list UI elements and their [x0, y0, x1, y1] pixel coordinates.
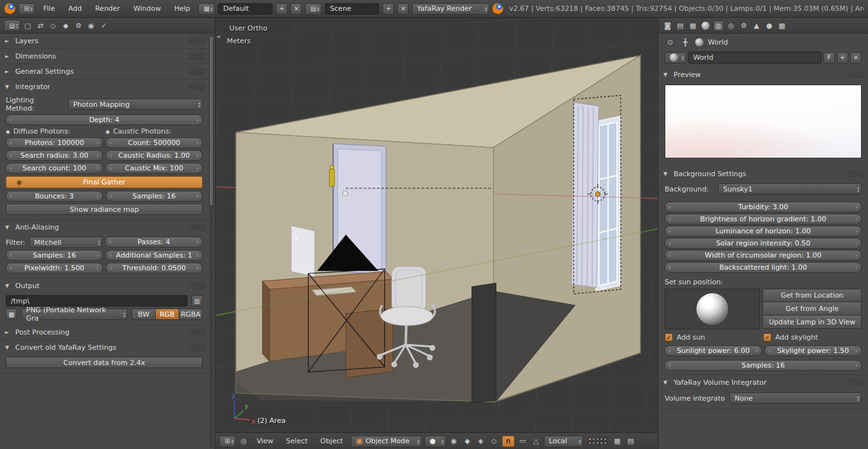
panel-grip[interactable]: [848, 379, 865, 386]
new-file-icon[interactable]: ▢: [22, 20, 33, 31]
background-type-select[interactable]: Sunsky1: [718, 183, 862, 195]
tools-icon[interactable]: ✓: [98, 20, 109, 31]
pin-icon[interactable]: ⊙: [665, 37, 675, 48]
panel-dimensions[interactable]: ► Dimensions: [0, 49, 208, 64]
gear-icon[interactable]: ⚙: [73, 20, 84, 31]
scene-name-field[interactable]: Scene: [325, 3, 379, 15]
expand-arrow-icon[interactable]: ►: [5, 53, 11, 59]
collapse-arrow-icon[interactable]: ▼: [663, 380, 670, 385]
fake-user-button[interactable]: F: [824, 52, 835, 64]
menu-file[interactable]: File: [38, 3, 60, 14]
sunlight-power-slider[interactable]: Sunlight power: 6.00: [665, 345, 762, 356]
panel-general-settings[interactable]: ► General Settings: [0, 64, 208, 79]
backscattered-light-slider[interactable]: Backscattered light: 1.00: [665, 262, 862, 273]
aa-pixelwidth-slider[interactable]: Pixelwidth: 1.500: [6, 263, 103, 273]
folder-icon[interactable]: ▥: [191, 295, 203, 307]
depth-slider[interactable]: Depth: 4: [6, 114, 203, 125]
panel-grip[interactable]: [189, 38, 205, 45]
panel-grip[interactable]: [189, 344, 205, 351]
figurine-object[interactable]: [329, 165, 334, 186]
world-tab-icon[interactable]: [700, 20, 711, 31]
panel-grip[interactable]: [848, 170, 865, 177]
editor-type-icon[interactable]: ⊞: [219, 436, 236, 447]
object-tab-icon[interactable]: ◍: [713, 20, 724, 31]
screen-layout-icon[interactable]: ▦: [198, 3, 215, 15]
cabinet-object[interactable]: [472, 283, 496, 403]
aa-additional-samples-slider[interactable]: Additional Samples: 1: [105, 250, 203, 261]
material-tab-icon[interactable]: ●: [764, 20, 775, 31]
menu-object[interactable]: Object: [315, 436, 348, 446]
panel-grip[interactable]: [848, 71, 865, 78]
rgb-button[interactable]: RGB: [156, 308, 179, 320]
caustic-count-slider[interactable]: Count: 500000: [105, 137, 203, 148]
manipulator-rotate-icon[interactable]: ◈: [475, 436, 486, 446]
panel-grip[interactable]: [189, 329, 205, 336]
horizon-brightness-slider[interactable]: Brightness of horizon gradient: 1.00: [665, 214, 862, 224]
get-from-location-button[interactable]: Get from Location: [763, 289, 862, 302]
menu-window[interactable]: Window: [128, 3, 166, 14]
mode-select[interactable]: ▣ Object Mode: [351, 436, 422, 447]
menu-view[interactable]: View: [252, 436, 278, 446]
render-opengl-icon[interactable]: ▦: [612, 436, 623, 446]
snap-target-icon[interactable]: △: [531, 436, 541, 446]
bounces-slider[interactable]: Bounces: 3: [6, 191, 103, 202]
pin-icon[interactable]: ◉: [86, 20, 97, 31]
constraints-tab-icon[interactable]: ◎: [726, 20, 736, 31]
viewport-3d[interactable]: User Ortho Meters ◂ z y x (2) Area ⊞ ◎ V…: [215, 18, 658, 449]
ghost-icon[interactable]: ◇: [48, 20, 58, 31]
panel-grip[interactable]: [189, 53, 205, 60]
caustic-mix-slider[interactable]: Caustic Mix: 100: [105, 163, 203, 174]
render-animation-icon[interactable]: ▤: [625, 436, 636, 446]
panel-grip[interactable]: [189, 83, 205, 90]
show-radiance-map-button[interactable]: Show radiance map: [6, 204, 203, 215]
menu-select[interactable]: Select: [281, 436, 313, 446]
sky-samples-slider[interactable]: Samples: 16: [665, 360, 862, 371]
modifiers-tab-icon[interactable]: ⚙: [738, 20, 749, 31]
collapse-arrow-icon[interactable]: ▼: [5, 283, 11, 289]
snap-magnet-toggle[interactable]: ∩: [502, 436, 515, 447]
world-name-field[interactable]: World: [688, 52, 822, 64]
aa-passes-slider[interactable]: Passes: 4: [105, 237, 203, 247]
aa-threshold-slider[interactable]: Threshold: 0.0500: [105, 263, 203, 273]
update-lamp-button[interactable]: Update Lamp in 3D View: [763, 315, 862, 329]
collapse-arrow-icon[interactable]: ▼: [5, 345, 11, 350]
manipulator-scale-icon[interactable]: ◇: [489, 436, 499, 446]
solar-intensity-slider[interactable]: Solar region intensity: 0.50: [665, 238, 862, 249]
3d-scene[interactable]: [215, 18, 658, 432]
menu-help[interactable]: Help: [169, 3, 195, 14]
render-tab-icon[interactable]: ◙: [662, 20, 673, 31]
scrollbar-thumb[interactable]: [209, 36, 214, 206]
layers-widget[interactable]: [588, 438, 607, 445]
scene-tab-icon[interactable]: ▦: [688, 20, 698, 31]
panel-grip[interactable]: [189, 224, 205, 231]
circumsolar-width-slider[interactable]: Width of circumsolar region: 1.00: [665, 250, 862, 261]
unlink-datablock-button[interactable]: ×: [850, 52, 862, 64]
collapse-arrow-icon[interactable]: ▼: [663, 72, 670, 78]
pin-icon[interactable]: ◎: [238, 436, 249, 446]
final-gather-toggle[interactable]: ◉ Final Gather: [6, 176, 203, 188]
left-panel-scrollbar[interactable]: [209, 35, 214, 448]
close-scene-button[interactable]: ×: [397, 3, 409, 15]
image-format-icon[interactable]: ▩: [6, 308, 17, 320]
editor-type-icon[interactable]: ⊞: [18, 3, 35, 15]
editor-type-icon[interactable]: ▤: [4, 20, 20, 31]
panel-layers[interactable]: ► Layers: [0, 34, 208, 49]
render-layers-tab-icon[interactable]: ▤: [675, 20, 686, 31]
manipulator-translate-icon[interactable]: ◆: [462, 436, 473, 446]
convert-data-button[interactable]: Convert data from 2.4x: [6, 357, 203, 368]
panel-grip[interactable]: [189, 68, 205, 75]
monitor-object[interactable]: [291, 226, 315, 277]
add-skylight-checkbox[interactable]: ✓: [763, 333, 771, 342]
add-scene-button[interactable]: +: [383, 3, 394, 15]
lighting-method-select[interactable]: Photon Mapping: [68, 99, 203, 110]
add-sun-checkbox[interactable]: ✓: [665, 333, 673, 342]
get-from-angle-button[interactable]: Get from Angle: [763, 302, 862, 315]
sort-icon[interactable]: ⇄: [35, 20, 46, 31]
menu-add[interactable]: Add: [63, 3, 86, 14]
photons-slider[interactable]: Photons: 100000: [6, 137, 103, 148]
expand-arrow-icon[interactable]: ►: [5, 329, 11, 335]
pivot-point-icon[interactable]: ◉: [449, 436, 459, 446]
search-radius-slider[interactable]: Search radius: 3.00: [6, 150, 103, 161]
rgba-button[interactable]: RGBA: [179, 308, 203, 320]
caustic-radius-slider[interactable]: Caustic Radius: 1.00: [105, 150, 203, 161]
